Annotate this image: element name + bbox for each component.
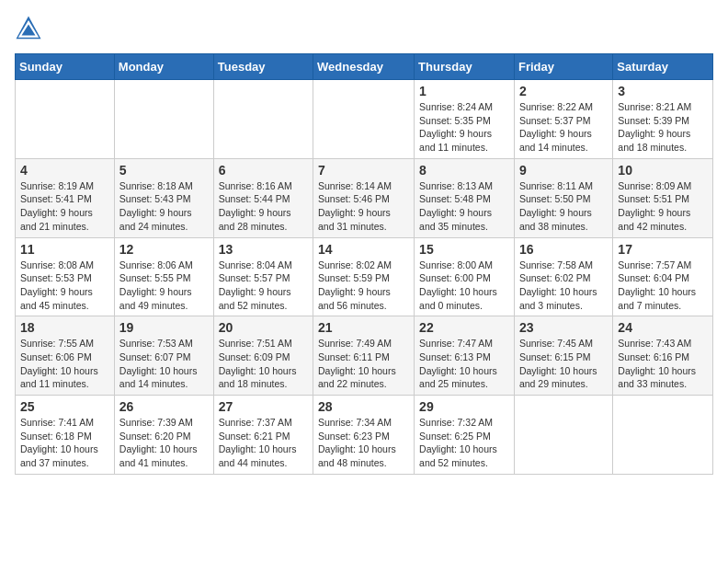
calendar-cell: 27Sunrise: 7:37 AM Sunset: 6:21 PM Dayli… (213, 396, 313, 475)
calendar-cell: 11Sunrise: 8:08 AM Sunset: 5:53 PM Dayli… (16, 237, 115, 316)
calendar-cell: 10Sunrise: 8:09 AM Sunset: 5:51 PM Dayli… (613, 158, 713, 237)
day-header-monday: Monday (114, 54, 213, 80)
day-number: 2 (519, 84, 608, 98)
day-info: Sunrise: 7:32 AM Sunset: 6:25 PM Dayligh… (419, 416, 509, 470)
calendar-cell: 25Sunrise: 7:41 AM Sunset: 6:18 PM Dayli… (16, 396, 115, 475)
day-header-wednesday: Wednesday (313, 54, 415, 80)
day-header-thursday: Thursday (415, 54, 515, 80)
day-number: 21 (318, 320, 409, 335)
day-info: Sunrise: 8:04 AM Sunset: 5:57 PM Dayligh… (219, 259, 308, 313)
day-number: 18 (20, 320, 109, 335)
calendar-cell: 15Sunrise: 8:00 AM Sunset: 6:00 PM Dayli… (415, 237, 515, 316)
calendar-cell: 5Sunrise: 8:18 AM Sunset: 5:43 PM Daylig… (114, 158, 213, 237)
day-header-tuesday: Tuesday (213, 54, 313, 80)
day-number: 26 (119, 399, 209, 414)
day-number: 12 (119, 242, 209, 257)
day-number: 28 (318, 399, 409, 414)
calendar-cell: 29Sunrise: 7:32 AM Sunset: 6:25 PM Dayli… (415, 396, 515, 475)
day-info: Sunrise: 7:41 AM Sunset: 6:18 PM Dayligh… (20, 416, 109, 470)
day-info: Sunrise: 8:09 AM Sunset: 5:51 PM Dayligh… (618, 179, 708, 234)
day-info: Sunrise: 7:43 AM Sunset: 6:16 PM Dayligh… (618, 337, 708, 391)
day-header-sunday: Sunday (16, 54, 115, 80)
week-row-0: 1Sunrise: 8:24 AM Sunset: 5:35 PM Daylig… (16, 80, 713, 159)
calendar-cell: 24Sunrise: 7:43 AM Sunset: 6:16 PM Dayli… (613, 316, 713, 396)
calendar-cell: 26Sunrise: 7:39 AM Sunset: 6:20 PM Dayli… (114, 396, 213, 475)
header-row: SundayMondayTuesdayWednesdayThursdayFrid… (16, 54, 713, 80)
header (15, 15, 713, 42)
logo (15, 15, 46, 42)
day-number: 4 (20, 163, 109, 178)
day-number: 16 (519, 242, 608, 257)
week-row-3: 18Sunrise: 7:55 AM Sunset: 6:06 PM Dayli… (16, 316, 713, 396)
day-info: Sunrise: 8:19 AM Sunset: 5:41 PM Dayligh… (20, 179, 109, 234)
calendar-cell: 19Sunrise: 7:53 AM Sunset: 6:07 PM Dayli… (114, 316, 213, 396)
day-number: 3 (618, 84, 708, 98)
day-number: 24 (618, 320, 708, 335)
day-info: Sunrise: 8:16 AM Sunset: 5:44 PM Dayligh… (219, 179, 308, 234)
calendar-cell (16, 80, 115, 159)
day-number: 27 (219, 399, 308, 414)
day-number: 9 (519, 163, 608, 178)
day-number: 15 (419, 242, 509, 257)
calendar-cell: 2Sunrise: 8:22 AM Sunset: 5:37 PM Daylig… (514, 80, 612, 159)
day-info: Sunrise: 8:22 AM Sunset: 5:37 PM Dayligh… (519, 100, 608, 155)
day-header-saturday: Saturday (613, 54, 713, 80)
day-number: 8 (419, 163, 509, 178)
calendar-cell: 22Sunrise: 7:47 AM Sunset: 6:13 PM Dayli… (415, 316, 515, 396)
day-info: Sunrise: 7:55 AM Sunset: 6:06 PM Dayligh… (20, 337, 109, 391)
day-info: Sunrise: 8:08 AM Sunset: 5:53 PM Dayligh… (20, 259, 109, 313)
logo-icon (15, 15, 42, 42)
day-number: 22 (419, 320, 509, 335)
day-info: Sunrise: 7:49 AM Sunset: 6:11 PM Dayligh… (318, 337, 409, 391)
day-info: Sunrise: 8:14 AM Sunset: 5:46 PM Dayligh… (318, 179, 409, 234)
day-number: 25 (20, 399, 109, 414)
day-info: Sunrise: 7:57 AM Sunset: 6:04 PM Dayligh… (618, 259, 708, 313)
day-number: 13 (219, 242, 308, 257)
calendar-cell: 21Sunrise: 7:49 AM Sunset: 6:11 PM Dayli… (313, 316, 415, 396)
calendar-cell: 9Sunrise: 8:11 AM Sunset: 5:50 PM Daylig… (514, 158, 612, 237)
day-info: Sunrise: 7:39 AM Sunset: 6:20 PM Dayligh… (119, 416, 209, 470)
day-info: Sunrise: 8:24 AM Sunset: 5:35 PM Dayligh… (419, 100, 509, 155)
day-header-friday: Friday (514, 54, 612, 80)
day-info: Sunrise: 8:13 AM Sunset: 5:48 PM Dayligh… (419, 179, 509, 234)
calendar-cell: 6Sunrise: 8:16 AM Sunset: 5:44 PM Daylig… (213, 158, 313, 237)
day-info: Sunrise: 7:45 AM Sunset: 6:15 PM Dayligh… (519, 337, 608, 391)
day-info: Sunrise: 7:53 AM Sunset: 6:07 PM Dayligh… (119, 337, 209, 391)
calendar-cell: 8Sunrise: 8:13 AM Sunset: 5:48 PM Daylig… (415, 158, 515, 237)
calendar-cell (114, 80, 213, 159)
day-info: Sunrise: 7:47 AM Sunset: 6:13 PM Dayligh… (419, 337, 509, 391)
day-number: 10 (618, 163, 708, 178)
day-number: 29 (419, 399, 509, 414)
day-info: Sunrise: 8:18 AM Sunset: 5:43 PM Dayligh… (119, 179, 209, 234)
day-number: 19 (119, 320, 209, 335)
day-number: 6 (219, 163, 308, 178)
day-info: Sunrise: 8:11 AM Sunset: 5:50 PM Dayligh… (519, 179, 608, 234)
calendar-cell: 16Sunrise: 7:58 AM Sunset: 6:02 PM Dayli… (514, 237, 612, 316)
day-number: 7 (318, 163, 409, 178)
day-info: Sunrise: 7:37 AM Sunset: 6:21 PM Dayligh… (219, 416, 308, 470)
day-number: 11 (20, 242, 109, 257)
day-number: 1 (419, 84, 509, 98)
calendar-cell: 12Sunrise: 8:06 AM Sunset: 5:55 PM Dayli… (114, 237, 213, 316)
calendar-table: SundayMondayTuesdayWednesdayThursdayFrid… (15, 53, 713, 475)
calendar-cell (313, 80, 415, 159)
day-info: Sunrise: 8:02 AM Sunset: 5:59 PM Dayligh… (318, 259, 409, 313)
calendar-cell: 23Sunrise: 7:45 AM Sunset: 6:15 PM Dayli… (514, 316, 612, 396)
day-number: 14 (318, 242, 409, 257)
calendar-cell: 3Sunrise: 8:21 AM Sunset: 5:39 PM Daylig… (613, 80, 713, 159)
calendar-cell: 18Sunrise: 7:55 AM Sunset: 6:06 PM Dayli… (16, 316, 115, 396)
calendar-cell: 7Sunrise: 8:14 AM Sunset: 5:46 PM Daylig… (313, 158, 415, 237)
calendar-cell (213, 80, 313, 159)
day-number: 17 (618, 242, 708, 257)
week-row-2: 11Sunrise: 8:08 AM Sunset: 5:53 PM Dayli… (16, 237, 713, 316)
calendar-cell: 13Sunrise: 8:04 AM Sunset: 5:57 PM Dayli… (213, 237, 313, 316)
calendar-cell: 4Sunrise: 8:19 AM Sunset: 5:41 PM Daylig… (16, 158, 115, 237)
day-info: Sunrise: 7:58 AM Sunset: 6:02 PM Dayligh… (519, 259, 608, 313)
calendar-cell: 20Sunrise: 7:51 AM Sunset: 6:09 PM Dayli… (213, 316, 313, 396)
day-number: 20 (219, 320, 308, 335)
calendar-cell: 14Sunrise: 8:02 AM Sunset: 5:59 PM Dayli… (313, 237, 415, 316)
week-row-4: 25Sunrise: 7:41 AM Sunset: 6:18 PM Dayli… (16, 396, 713, 475)
calendar-cell (613, 396, 713, 475)
calendar-cell: 1Sunrise: 8:24 AM Sunset: 5:35 PM Daylig… (415, 80, 515, 159)
day-info: Sunrise: 8:21 AM Sunset: 5:39 PM Dayligh… (618, 100, 708, 155)
